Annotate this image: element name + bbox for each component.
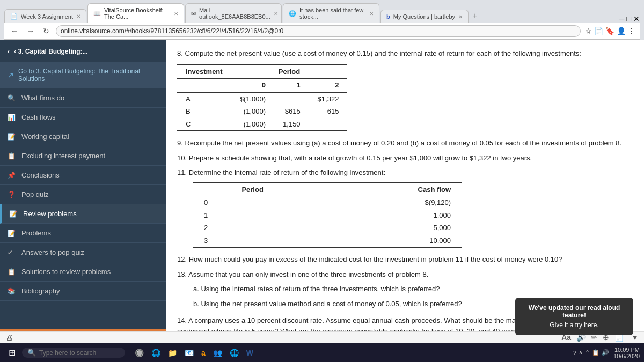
volume-icon[interactable]: 🔊 — [602, 349, 609, 356]
sidebar-item-popquiz[interactable]: ❓ Pop quiz — [0, 185, 166, 204]
investment-table: Investment Period 0 1 2 A $ — [177, 64, 347, 132]
system-clock[interactable]: 10:09 PM 10/6/2020 — [613, 346, 640, 359]
q13a-text: a. Using the internal rates of return of… — [193, 284, 633, 294]
account-button[interactable]: 👤 — [617, 27, 626, 35]
sidebar-item-label: Excluding interest payment — [21, 152, 105, 160]
extension-button[interactable]: 🔖 — [605, 27, 614, 35]
sidebar-item-label: Answers to pop quiz — [21, 248, 84, 256]
pdf-button[interactable]: 📄 — [594, 27, 603, 35]
taskbar-search-box[interactable]: 🔍 — [22, 348, 125, 358]
sidebar-item-working-capital[interactable]: 📝 Working capital — [0, 127, 166, 146]
sidebar-item-label: Conclusions — [21, 171, 60, 179]
sidebar-item-problems[interactable]: 📝 Problems — [0, 224, 166, 243]
col-p1: 1 — [274, 78, 309, 92]
cf-period-1: 1 — [193, 209, 312, 222]
tab-vitalsource[interactable]: 📖 VitalSource Bookshelf: The Ca... ✕ — [87, 3, 184, 23]
search-icon: 🔍 — [8, 94, 16, 102]
q8-text: 8. Compute the net present value (use a … — [177, 48, 633, 59]
tab-week3[interactable]: 📄 Week 3 Assignment ✕ — [4, 9, 86, 23]
inv-a: A — [177, 92, 231, 106]
close-button[interactable]: ✕ — [633, 14, 640, 23]
taskbar-search-input[interactable] — [39, 349, 120, 357]
sidebar-item-conclusions[interactable]: 📌 Conclusions — [0, 166, 166, 185]
taskbar-cortana[interactable]: 🔘 — [131, 346, 147, 359]
help-icon[interactable]: ? — [573, 350, 576, 356]
back-button[interactable]: ← — [9, 26, 20, 36]
tab-close-bartleby[interactable]: ✕ — [458, 14, 463, 20]
sidebar-item-label: Pop quiz — [21, 190, 49, 198]
tab-label: Week 3 Assignment — [21, 13, 73, 20]
tab-bartleby[interactable]: b My Questions | bartleby ✕ — [380, 10, 469, 23]
table-row: C (1,000) 1,150 — [177, 118, 347, 131]
tab-close-stock[interactable]: ✕ — [369, 11, 374, 17]
time-display: 10:09 PM — [613, 346, 640, 353]
cashflow-table: Period Cash flow 0 $(9,120) 1 1,000 — [193, 182, 462, 248]
taskbar-mail[interactable]: 📧 — [181, 346, 197, 359]
sidebar-header[interactable]: ‹ ‹ 3. Capital Budgeting:... — [0, 40, 166, 62]
tab-icon: 📖 — [93, 10, 101, 17]
sidebar-item-review[interactable]: 📝 Review problems — [0, 204, 166, 224]
cf-col-period: Period — [193, 183, 312, 196]
menu-button[interactable]: ⋮ — [628, 27, 635, 35]
print-icon[interactable]: 🖨 — [5, 333, 13, 342]
content-body: 8. Compute the net present value (use a … — [177, 48, 633, 331]
taskbar-edge[interactable]: 🌐 — [148, 346, 164, 359]
sidebar-item-label: Working capital — [21, 132, 69, 141]
taskbar-teams[interactable]: 👥 — [210, 346, 225, 359]
clipboard-tray-icon[interactable]: 📋 — [592, 349, 599, 356]
start-button[interactable]: ⊞ — [4, 345, 20, 360]
sidebar-go-to[interactable]: ↗ Go to 3. Capital Budgeting: The Tradit… — [0, 62, 166, 88]
inv-b-p2: 615 — [309, 105, 348, 118]
address-bar: ← → ↻ ☆ 📄 🔖 👤 ⋮ — [4, 23, 640, 40]
sidebar-item-solutions[interactable]: 📋 Solutions to review problems — [0, 262, 166, 282]
taskbar-amazon[interactable]: a — [198, 346, 209, 359]
sidebar-item-bibliography[interactable]: 📚 Bibliography — [0, 282, 166, 301]
cf-val-2: 5,000 — [312, 221, 462, 234]
inv-c-p0: (1,000) — [231, 118, 274, 131]
tab-mail[interactable]: ✉ Mail - outlook_8E6AAB8B8EB0... ✕ — [185, 3, 282, 23]
cf-val-1: 1,000 — [312, 209, 462, 222]
tab-close-mail[interactable]: ✕ — [274, 11, 278, 17]
tab-stock[interactable]: 🌐 It has been said that few stock... ✕ — [283, 3, 379, 23]
sidebar-item-excluding[interactable]: 📋 Excluding interest payment — [0, 146, 166, 166]
table-row: 1 1,000 — [193, 209, 462, 222]
table-row: 3 10,000 — [193, 234, 462, 248]
taskbar-chrome[interactable]: 🌐 — [226, 346, 242, 359]
col-inv-sub — [177, 78, 231, 92]
forward-button[interactable]: → — [25, 26, 36, 36]
sidebar-items-list: 🔍 What firms do 📊 Cash flows 📝 Working c… — [0, 88, 166, 329]
inv-c-p2 — [309, 118, 348, 131]
new-tab-button[interactable]: + — [470, 8, 480, 23]
cf-val-0: $(9,120) — [312, 196, 462, 209]
url-input[interactable] — [56, 25, 581, 37]
inv-b: B — [177, 105, 231, 118]
sidebar-item-label: Cash flows — [21, 113, 56, 121]
tab-label: It has been said that few stock... — [299, 7, 366, 20]
tab-label: Mail - outlook_8E6AAB8B8EB0... — [199, 7, 270, 20]
taskbar-explorer[interactable]: 📁 — [165, 346, 180, 359]
inv-c-p1: 1,150 — [274, 118, 309, 131]
sidebar-item-what[interactable]: 🔍 What firms do — [0, 88, 166, 108]
table-row: B (1,000) $615 615 — [177, 105, 347, 118]
inv-c: C — [177, 118, 231, 131]
inv-a-p2: $1,322 — [309, 92, 348, 106]
refresh-button[interactable]: ↻ — [41, 26, 52, 36]
note2-icon: 📝 — [9, 210, 18, 218]
sidebar-item-cashflows[interactable]: 📊 Cash flows — [0, 108, 166, 127]
tab-close-vitalsource[interactable]: ✕ — [174, 11, 178, 17]
taskbar-word[interactable]: W — [243, 346, 257, 359]
keyboard-icon[interactable]: ⇧ — [585, 349, 590, 356]
inv-b-p1: $615 — [274, 105, 309, 118]
chevron-up-icon[interactable]: ∧ — [579, 349, 583, 356]
maximize-button[interactable]: □ — [627, 14, 631, 23]
toast-notification[interactable]: We've updated our read aloud feature! Gi… — [515, 298, 633, 335]
tab-icon: 🌐 — [289, 10, 296, 17]
scroll-down-icon[interactable]: ▼ — [631, 333, 639, 342]
toast-title: We've updated our read aloud feature! — [524, 304, 625, 319]
minimize-button[interactable]: ─ — [619, 14, 625, 23]
question-9-11: 9. Recompute the net present values usin… — [177, 138, 633, 248]
tab-close-week3[interactable]: ✕ — [76, 13, 80, 19]
sidebar-item-answers[interactable]: ✔ Answers to pop quiz — [0, 243, 166, 262]
q9-text: 9. Recompute the net present values usin… — [177, 138, 633, 149]
bookmark-button[interactable]: ☆ — [585, 27, 592, 35]
